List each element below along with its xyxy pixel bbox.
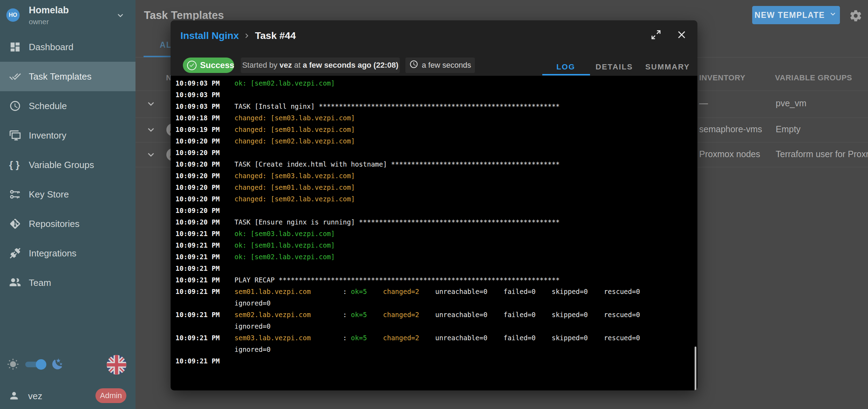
sidebar-item-label: Key Store: [29, 189, 69, 200]
log-timestamp: 10:09:21 PM: [171, 251, 234, 263]
log-timestamp: 10:09:21 PM: [171, 355, 234, 367]
log-text: changed: [sem03.lab.vezpi.com]: [234, 170, 355, 182]
log-text: changed: [sem01.lab.vezpi.com]: [234, 182, 355, 193]
sidebar-item-integrations[interactable]: Integrations: [0, 239, 135, 268]
log-line: ignored=0: [171, 297, 697, 309]
sidebar-item-task-templates[interactable]: Task Templates: [0, 62, 135, 91]
account-icon: [8, 390, 20, 401]
theme-toggle[interactable]: [25, 360, 46, 369]
log-timestamp: 10:09:20 PM: [171, 159, 234, 170]
sidebar-item-dashboard[interactable]: Dashboard: [0, 32, 135, 62]
log-timestamp: 10:09:03 PM: [171, 101, 234, 112]
log-timestamp: 10:09:20 PM: [171, 147, 234, 159]
active-tab-underline: [542, 74, 590, 75]
user-menu[interactable]: vez Admin: [0, 384, 135, 409]
log-line: 10:09:20 PM: [171, 147, 697, 159]
log-text: ok: [sem01.lab.vezpi.com]: [234, 240, 335, 251]
log-timestamp: 10:09:21 PM: [171, 263, 234, 274]
status-label: Success: [200, 60, 234, 70]
sidebar-item-team[interactable]: Team: [0, 268, 135, 297]
cell-inventory: semaphore-vms: [699, 124, 762, 134]
log-line: 10:09:20 PMTASK [Create index.html with …: [171, 159, 697, 170]
row-expand-chevron-icon[interactable]: [145, 98, 157, 110]
sidebar-item-repositories[interactable]: Repositories: [0, 209, 135, 239]
expand-dialog-icon[interactable]: [650, 29, 662, 41]
light-mode-sun-icon: [7, 358, 19, 370]
clock-icon: [409, 60, 418, 71]
log-timestamp: 10:09:19 PM: [171, 124, 234, 135]
project-avatar: HO: [6, 8, 20, 22]
sidebar-item-key-store[interactable]: Key Store: [0, 180, 135, 209]
project-switcher[interactable]: HO Homelab owner: [0, 0, 135, 32]
log-text: ignored=0: [234, 344, 271, 355]
log-text: sem03.lab.vezpi.com : ok=5 changed=2 unr…: [234, 332, 640, 344]
chevron-down-icon[interactable]: [115, 10, 126, 21]
log-text: ok: [sem02.lab.vezpi.com]: [234, 78, 335, 89]
log-line: 10:09:20 PMTASK [Ensure nginx is running…: [171, 216, 697, 228]
sidebar-item-label: Task Templates: [29, 71, 92, 82]
chevron-down-icon: [828, 9, 837, 21]
task-dialog-breadcrumb: Install Nginx Task #44: [180, 28, 296, 43]
tab-details[interactable]: DETAILS: [596, 62, 633, 72]
template-link[interactable]: Install Nginx: [180, 30, 239, 41]
log-text: changed: [sem02.lab.vezpi.com]: [234, 135, 355, 147]
task-templates-icon: [9, 71, 21, 82]
log-text: TASK [Create index.html with hostname] *…: [234, 159, 560, 170]
log-timestamp: 10:09:03 PM: [171, 89, 234, 101]
row-expand-chevron-icon[interactable]: [145, 124, 157, 136]
inventory-icon: [9, 129, 21, 141]
project-name: Homelab: [29, 5, 69, 16]
sidebar-item-label: Schedule: [29, 101, 67, 112]
page-title: Task Templates: [144, 9, 224, 22]
log-timestamp: 10:09:21 PM: [171, 309, 234, 321]
log-line: 10:09:03 PM: [171, 89, 697, 101]
log-line: 10:09:21 PMok: [sem02.lab.vezpi.com]: [171, 251, 697, 263]
settings-gear-icon[interactable]: [849, 9, 862, 22]
close-dialog-icon[interactable]: [676, 29, 688, 41]
log-line: 10:09:18 PMchanged: [sem03.lab.vezpi.com…: [171, 112, 697, 124]
log-line: 10:09:20 PMchanged: [sem01.lab.vezpi.com…: [171, 182, 697, 193]
log-scrollbar[interactable]: [695, 347, 696, 390]
tab-log[interactable]: LOG: [556, 62, 575, 72]
row-expand-chevron-icon[interactable]: [145, 149, 157, 161]
log-timestamp: [171, 321, 234, 332]
column-header-inventory: INVENTORY: [699, 73, 746, 82]
log-line: ignored=0: [171, 344, 697, 355]
task-dialog: Install Nginx Task #44 Success Started b…: [171, 20, 697, 390]
log-text: ok: [sem03.lab.vezpi.com]: [234, 228, 335, 240]
sidebar-item-schedule[interactable]: Schedule: [0, 91, 135, 121]
log-line: 10:09:21 PM: [171, 355, 697, 367]
sidebar-item-label: Variable Groups: [29, 160, 94, 170]
schedule-icon: [9, 100, 21, 112]
log-timestamp: 10:09:20 PM: [171, 193, 234, 205]
tab-summary[interactable]: SUMMARY: [645, 62, 690, 72]
sidebar-item-inventory[interactable]: Inventory: [0, 121, 135, 150]
sidebar-item-variable-groups[interactable]: { }Variable Groups: [0, 150, 135, 180]
log-line: 10:09:03 PMTASK [Install nginx] ********…: [171, 101, 697, 112]
log-timestamp: 10:09:20 PM: [171, 182, 234, 193]
admin-badge: Admin: [95, 388, 126, 403]
log-timestamp: 10:09:21 PM: [171, 240, 234, 251]
log-timestamp: 10:09:18 PM: [171, 112, 234, 124]
chevron-right-icon: [242, 31, 251, 40]
log-timestamp: 10:09:20 PM: [171, 135, 234, 147]
check-circle-icon: [187, 61, 197, 70]
task-log-panel: 10:09:03 PMok: [sem02.lab.vezpi.com]10:0…: [171, 76, 697, 390]
log-text: changed: [sem02.lab.vezpi.com]: [234, 193, 355, 205]
log-line: 10:09:21 PMsem03.lab.vezpi.com : ok=5 ch…: [171, 332, 697, 344]
log-timestamp: 10:09:20 PM: [171, 170, 234, 182]
column-header-variable-groups: VARIABLE GROUPS: [775, 73, 852, 82]
new-template-button[interactable]: NEW TEMPLATE: [752, 6, 840, 24]
key-store-icon: [9, 188, 21, 200]
sidebar-item-label: Inventory: [29, 130, 66, 141]
new-template-label: NEW TEMPLATE: [755, 11, 825, 20]
language-flag-uk[interactable]: [107, 355, 126, 375]
log-text: TASK [Ensure nginx is running] *********…: [234, 216, 560, 228]
started-by-chip: Started by vez at a few seconds ago (22:…: [241, 58, 400, 73]
log-text: sem01.lab.vezpi.com : ok=5 changed=2 unr…: [234, 286, 640, 297]
log-text: ok: [sem02.lab.vezpi.com]: [234, 251, 335, 263]
log-timestamp: 10:09:20 PM: [171, 216, 234, 228]
duration-chip: a few seconds: [405, 58, 475, 73]
toggle-knob[interactable]: [36, 359, 46, 370]
log-line: 10:09:21 PMsem02.lab.vezpi.com : ok=5 ch…: [171, 309, 697, 321]
